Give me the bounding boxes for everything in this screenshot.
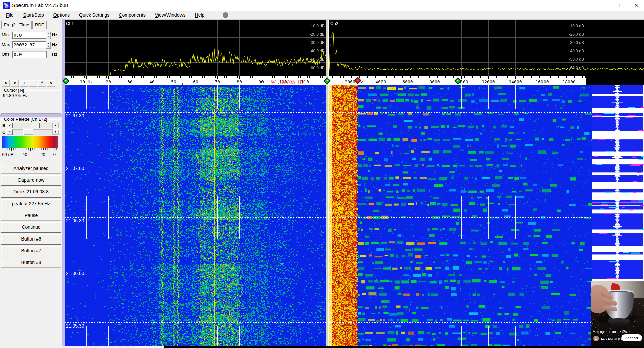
menu-item-options[interactable]: Options (49, 11, 74, 19)
freq-tick-label: 70 (215, 79, 220, 84)
palette-groupbox-title: Color Palette [Ch 1+2] (3, 117, 48, 122)
db-label: -30.0 dB (301, 40, 325, 45)
freq-tick-label: 30 (127, 79, 133, 84)
gradient-scale-label: -60 dB (1, 152, 13, 157)
menu-item-file[interactable]: File (1, 11, 18, 19)
nav-button-0[interactable]: < (2, 80, 10, 87)
gradient-scale-label: -20 (39, 152, 45, 157)
ch2-waterfall-canvas[interactable] (329, 85, 592, 346)
slider-left-arrow-icon[interactable]: ◄ (6, 129, 13, 135)
slider-thumb[interactable] (23, 129, 33, 135)
subscribe-button[interactable]: Abonner (621, 334, 642, 341)
nav-button-4[interactable]: ^ (38, 80, 46, 87)
time-label: 21.06.30 (66, 218, 84, 223)
freq-tick-label: 50 (171, 79, 176, 84)
ch1-spectrum-canvas[interactable] (65, 20, 326, 76)
slider-label: C (2, 130, 6, 135)
panel-button-button-8[interactable]: Button #8 (1, 258, 61, 268)
nav-button-3[interactable]: - (29, 80, 37, 87)
gradient-scale-label: -40 (21, 152, 27, 157)
panel-button-pause[interactable]: Pause (1, 211, 61, 221)
bottom-edge-white (134, 346, 164, 348)
slider-left-arrow-icon[interactable]: ◄ (6, 123, 13, 128)
freq-tick-label: 4000 (375, 79, 386, 84)
bottom-edge-black (164, 346, 644, 348)
freq-tick-label: 40 (149, 79, 155, 84)
menu-item-start-stop[interactable]: Start/Stop (18, 11, 49, 19)
spin-down-icon[interactable]: ▼ (46, 35, 51, 39)
color-gradient-bar (2, 136, 58, 148)
freq-tick-label: 90 (258, 79, 264, 84)
minimize-button[interactable]: – (598, 0, 613, 10)
field-label-offs: Offs (2, 52, 10, 57)
db-label: -60.0 dB (301, 66, 325, 70)
panel-button-button-7[interactable]: Button #7 (1, 246, 61, 256)
panel-button-capture-now[interactable]: Capture now (1, 175, 61, 186)
ch1-waterfall-canvas[interactable] (65, 85, 326, 346)
video-overlay[interactable]: Med og uten ansuz t2s L Lars Martin Myhr… (591, 281, 644, 346)
channel-avatar[interactable]: L (593, 336, 599, 341)
tab-rdf[interactable]: RDF (32, 21, 47, 29)
ch1-label: Ch1 (66, 21, 74, 26)
panel-edge-strip (62, 19, 65, 346)
freq-tick-label: 8000 (429, 79, 440, 84)
db-label: -10.0 dB (561, 24, 584, 28)
slider-right-arrow-icon[interactable]: ► (53, 129, 59, 135)
cursor-groupbox: Cursor [N] 94.89705 Hz (1, 90, 61, 114)
tab-freq2[interactable]: Freq2 (1, 21, 18, 29)
ruler-red-tick (182, 83, 183, 85)
close-button[interactable]: ✕ (629, 0, 644, 10)
offs-input[interactable] (12, 51, 47, 58)
min-spinner[interactable]: ▲▼ (46, 32, 51, 39)
unit-label: Hz (52, 52, 57, 57)
max-input[interactable] (12, 41, 47, 48)
maximize-button[interactable]: □ (613, 0, 629, 10)
menu-item-help[interactable]: Help (190, 11, 209, 19)
video-title: Med og uten ansuz t2s (593, 330, 627, 334)
freq-tick-label: 18000 (562, 79, 575, 84)
palette-slider-c: C◄► (2, 129, 59, 135)
freq-tick-label: 60 (193, 79, 198, 84)
ruler-black-fill (586, 76, 644, 85)
field-label-min: Min (2, 32, 9, 37)
panel-button-peak-at-227-55-hz[interactable]: peak at 227.55 Hz (1, 199, 61, 209)
gradient-tick-ruler (2, 148, 58, 151)
slider-track[interactable] (13, 129, 53, 135)
panel-button-continue[interactable]: Continue (1, 222, 61, 233)
menu-item-components[interactable]: Components (114, 11, 150, 19)
db-label: -50.0 dB (301, 57, 325, 62)
slider-thumb[interactable] (30, 123, 40, 128)
spin-up-icon[interactable]: ▲ (46, 41, 51, 45)
menu-bar: FileStart/StopOptionsQuick SettingsCompo… (0, 11, 644, 20)
ch2-label: Ch2 (330, 21, 338, 26)
db-label: -20.0 dB (301, 32, 325, 37)
ch2-spectrum-canvas[interactable] (329, 20, 644, 76)
nav-button-1[interactable]: > (11, 80, 19, 87)
window-title: Spectrum Lab V2.75 b08 (12, 2, 68, 8)
slider-right-arrow-icon[interactable]: ► (53, 123, 59, 128)
panel-button-analyzer-paused[interactable]: Analyzer paused (1, 164, 61, 174)
time-label: 21.06.00 (66, 271, 84, 276)
nav-button-5[interactable]: v (47, 80, 55, 87)
nav-button-2[interactable]: + (20, 80, 28, 87)
menu-item-view-windows[interactable]: View/Windows (150, 11, 190, 19)
spin-up-icon[interactable]: ▲ (46, 32, 51, 35)
slider-track[interactable] (13, 123, 53, 128)
unit-label: Hz (52, 32, 57, 37)
panel-button-time-21-09-08-8[interactable]: Time: 21:09:08.8 (1, 187, 61, 198)
channel-divider (326, 20, 329, 346)
freq-tick-label: 16000 (535, 79, 549, 84)
min-input[interactable] (12, 32, 47, 39)
menu-item-quick-settings[interactable]: Quick Settings (74, 11, 114, 19)
max-spinner[interactable]: ▲▼ (46, 41, 51, 48)
bottom-edge-gray (0, 346, 134, 348)
freq-tick-label: 80 (237, 79, 242, 84)
time-label: 21.05.30 (66, 323, 84, 329)
spin-down-icon[interactable]: ▼ (46, 45, 51, 49)
db-label: -10.0 dB (301, 24, 325, 28)
tab-time[interactable]: Time (17, 21, 32, 29)
panel-button-button-6[interactable]: Button #6 (1, 234, 61, 245)
cursor-groupbox-title: Cursor [N] (3, 88, 25, 93)
spectrum-lab-window: 📡 Spectrum Lab V2.75 b08 – □ ✕ FileStart… (0, 0, 644, 348)
freq-tick-label: 10 Hz (80, 79, 93, 84)
